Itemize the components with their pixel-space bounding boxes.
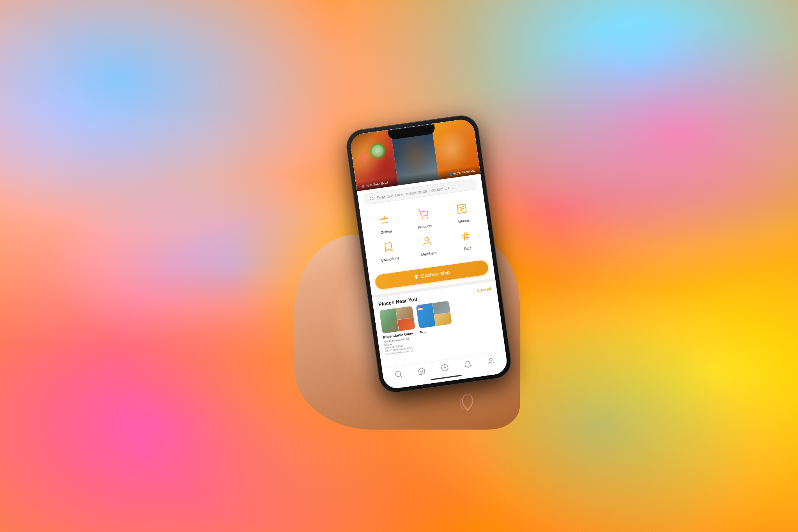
menu-item-collections[interactable]: Collections: [375, 237, 403, 263]
nav-item-home[interactable]: [417, 366, 426, 375]
products-label: Products: [417, 223, 433, 229]
place-rating-0: ★★: [383, 340, 388, 344]
nav-item-search[interactable]: [394, 370, 403, 379]
person-icon-wrap: [417, 232, 437, 252]
svg-line-16: [443, 368, 446, 368]
phone-wrapper: 🍴 Pink Aloah Bowl 👤 ezgis-essentials: [345, 114, 513, 395]
nav-profile-icon: [487, 357, 496, 366]
menu-item-tags[interactable]: Tags: [452, 226, 480, 252]
location-icon: [413, 274, 419, 280]
svg-point-13: [395, 371, 401, 377]
place-card-info-0: Privé Clarke Quay ★★ (140 reviews) $$: [383, 331, 418, 356]
place-image-1-0: [396, 306, 414, 319]
cart-icon-wrap: [413, 204, 433, 224]
members-label: Members: [421, 250, 437, 257]
scene-container: 🍴 Pink Aloah Bowl 👤 ezgis-essentials: [0, 0, 798, 532]
app-content: 🍴 Pink Aloah Bowl 👤 ezgis-essentials: [349, 118, 508, 390]
svg-line-9: [462, 234, 469, 236]
bookmark-icon-wrap: [379, 237, 398, 257]
svg-line-5: [459, 207, 464, 208]
articles-label: Articles: [457, 218, 470, 224]
place-image-2-0: [397, 318, 415, 331]
place-image-1-1: [433, 301, 450, 314]
svg-point-8: [425, 237, 429, 241]
nav-item-add[interactable]: [440, 363, 449, 372]
nav-plus-icon: [440, 363, 449, 372]
hero-caption-left: 🍴 Pink Aloah Bowl: [361, 181, 388, 188]
dishes-icon-wrap: [375, 210, 394, 229]
view-all-link[interactable]: View all: [477, 287, 491, 293]
star-icon-0: ★★: [383, 340, 388, 344]
cart-icon: [417, 208, 429, 220]
menu-item-members[interactable]: Members: [413, 231, 442, 257]
phone-hand-group: 🍴 Pink Aloah Bowl 👤 ezgis-essentials: [302, 110, 496, 422]
svg-line-12: [466, 232, 468, 240]
place-image-2-1: [434, 312, 452, 326]
tags-label: Tags: [463, 246, 471, 251]
place-card-images-1: 🇸🇬: [416, 301, 452, 328]
menu-item-products[interactable]: Products: [410, 204, 438, 230]
svg-point-17: [489, 358, 493, 361]
search-icon: [369, 196, 374, 201]
nav-bell-icon: [464, 360, 473, 369]
svg-line-6: [459, 208, 464, 209]
nav-item-profile[interactable]: [487, 357, 496, 366]
hash-icon: [459, 230, 472, 243]
kiwi-decoration: [369, 142, 386, 160]
nav-home-icon: [417, 366, 426, 375]
phone-shell: 🍴 Pink Aloah Bowl 👤 ezgis-essentials: [345, 114, 513, 395]
phone-device: 🍴 Pink Aloah Bowl 👤 ezgis-essentials: [333, 134, 465, 398]
phone-screen: 🍴 Pink Aloah Bowl 👤 ezgis-essentials: [349, 118, 508, 390]
place-main-image-0: [379, 308, 399, 333]
place-card-0[interactable]: Privé Clarke Quay ★★ (140 reviews) $$: [379, 306, 418, 356]
collections-label: Collections: [381, 256, 400, 262]
svg-point-2: [422, 218, 423, 219]
explore-map-label: Explore Map: [421, 270, 450, 279]
hero-user-label: 👤 ezgis-essentials: [448, 169, 476, 176]
article-icon: [455, 203, 468, 215]
svg-line-7: [460, 211, 463, 211]
svg-line-10: [462, 237, 469, 238]
bookmark-icon: [382, 241, 395, 253]
menu-item-articles[interactable]: Articles: [448, 199, 477, 225]
svg-line-11: [463, 232, 465, 240]
place-card-images-0: [379, 306, 415, 333]
svg-point-3: [427, 217, 428, 218]
place-main-image-1: 🇸🇬: [416, 303, 435, 328]
menu-item-dishes[interactable]: Dishes: [371, 210, 399, 236]
article-icon-wrap: [452, 199, 471, 218]
hero-dish-label: 🍴 Pink Aloah Bowl: [361, 181, 388, 188]
dishes-label: Dishes: [380, 229, 392, 235]
svg-line-1: [384, 216, 385, 218]
person-icon: [421, 236, 433, 248]
hash-icon-wrap: [456, 227, 475, 246]
strawberry-decoration: [360, 152, 369, 163]
place-price-0: $$: [406, 337, 410, 340]
nav-item-notifications[interactable]: [464, 360, 473, 369]
nav-search-icon: [394, 370, 403, 379]
dishes-icon: [378, 213, 391, 226]
place-card-1[interactable]: 🇸🇬 M...: [416, 301, 455, 351]
